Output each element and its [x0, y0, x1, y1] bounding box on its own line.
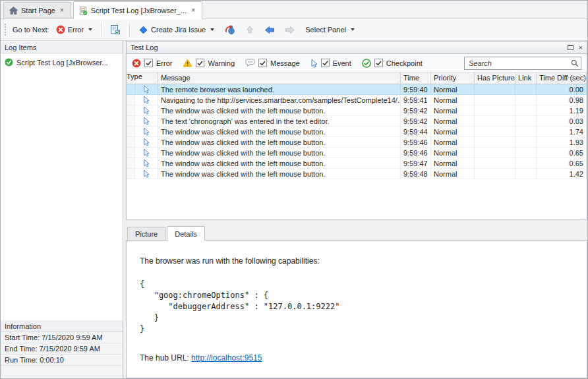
event-icon	[135, 85, 158, 94]
chevron-down-icon	[351, 28, 355, 31]
log-priority-cell: Normal	[431, 95, 475, 105]
go-up-button[interactable]	[242, 23, 258, 36]
search-icon	[571, 59, 579, 67]
tree-item-script-test-log[interactable]: Script Test Log [JxBrowser...	[3, 57, 120, 67]
log-priority-cell: Normal	[431, 127, 475, 137]
log-table-row[interactable]: The remote browser was launched. 9:59:40…	[127, 84, 587, 95]
column-header-time-diff[interactable]: Time Diff (sec)	[537, 73, 587, 84]
go-to-next-error-button[interactable]: Error	[53, 23, 96, 36]
message-checkbox[interactable]	[258, 59, 267, 67]
column-header-priority[interactable]: Priority	[431, 73, 475, 84]
go-to-next-label: Go to Next:	[13, 26, 49, 34]
event-icon	[135, 117, 158, 125]
log-message-cell: The window was clicked with the left mou…	[158, 148, 401, 158]
log-items-tree: Script Test Log [JxBrowser...	[1, 53, 123, 320]
toolbar: Go to Next: Error	[1, 19, 587, 41]
log-time-diff-cell: 1.19	[537, 105, 587, 116]
details-tabbar: Picture Details	[126, 225, 587, 240]
search-box	[464, 57, 581, 70]
details-intro-text: The browser was run with the following c…	[140, 256, 580, 266]
log-type-cell	[127, 169, 158, 179]
tree-item-label: Script Test Log [JxBrowser...	[16, 59, 108, 67]
log-type-cell	[127, 116, 158, 127]
row-gutter	[127, 116, 135, 126]
log-message-cell: The window was clicked with the left mou…	[158, 158, 401, 169]
log-table-row[interactable]: The window was clicked with the left mou…	[127, 137, 587, 148]
log-message-cell: Navigating to the http://services.smartb…	[158, 95, 401, 105]
log-time-cell: 9:59:41	[401, 95, 431, 105]
hub-url-link[interactable]: http://localhost:9515	[191, 353, 262, 363]
document-tabbar: Start Page × Script Test Log [JxBrowser_…	[1, 1, 587, 19]
select-panel-label: Select Panel	[305, 26, 346, 34]
error-button-label: Error	[68, 26, 84, 34]
log-has-picture-cell	[475, 84, 515, 95]
log-has-picture-cell	[475, 158, 515, 169]
column-header-message[interactable]: Message	[158, 73, 401, 84]
float-panel-icon[interactable]	[568, 45, 573, 50]
bug-tracker-button[interactable]	[221, 22, 239, 37]
event-icon	[310, 59, 318, 68]
filter-label: Event	[333, 59, 351, 67]
log-has-picture-cell	[475, 127, 515, 137]
log-time-cell: 9:59:47	[401, 158, 431, 169]
log-time-cell: 9:59:46	[401, 148, 431, 158]
log-table-row[interactable]: Navigating to the http://services.smartb…	[127, 95, 587, 105]
column-header-has-picture[interactable]: Has Picture	[475, 73, 515, 84]
tab-details[interactable]: Details	[167, 226, 205, 241]
close-panel-icon[interactable]: ×	[579, 44, 583, 51]
warning-checkbox[interactable]	[196, 59, 204, 67]
go-forward-button[interactable]	[281, 24, 299, 36]
row-gutter	[127, 169, 135, 179]
event-checkbox[interactable]	[321, 59, 330, 67]
log-priority-cell: Normal	[431, 169, 475, 179]
log-type-cell	[127, 127, 158, 137]
run-time-row: Run Time: 0:00:10	[1, 355, 123, 366]
close-icon[interactable]: ×	[59, 7, 65, 15]
test-log-panel: Test Log × Error Warni	[126, 41, 587, 378]
tab-picture[interactable]: Picture	[127, 227, 165, 240]
panel-title: Test Log	[131, 44, 568, 51]
filter-bar: Error Warning Message	[126, 54, 587, 73]
log-time-diff-cell: 1.42	[537, 169, 587, 179]
column-header-time[interactable]: Time	[401, 73, 431, 84]
column-header-link[interactable]: Link	[515, 73, 537, 84]
log-has-picture-cell	[475, 137, 515, 148]
log-link-cell	[515, 127, 537, 137]
log-priority-cell: Normal	[431, 148, 475, 158]
row-gutter	[127, 148, 135, 158]
log-table-row[interactable]: The text 'chronograph' was entered in th…	[127, 116, 587, 127]
log-time-cell: 9:59:46	[401, 137, 431, 148]
select-panel-button[interactable]: Select Panel	[302, 24, 358, 36]
checkpoint-checkbox[interactable]	[374, 59, 383, 67]
log-message-cell: The window was clicked with the left mou…	[158, 105, 401, 116]
filter-warning: Warning	[183, 59, 235, 67]
log-table-row[interactable]: The window was clicked with the left mou…	[127, 169, 587, 179]
bug-tracker-icon	[224, 24, 235, 35]
details-pane: The browser was run with the following c…	[126, 240, 587, 378]
row-gutter	[127, 105, 135, 115]
create-jira-issue-button[interactable]: Create Jira Issue	[135, 23, 218, 37]
close-icon[interactable]: ×	[190, 7, 196, 15]
tab-start-page[interactable]: Start Page ×	[3, 2, 71, 18]
log-table-row[interactable]: The window was clicked with the left mou…	[127, 158, 587, 169]
log-table-row[interactable]: The window was clicked with the left mou…	[127, 148, 587, 158]
log-time-diff-cell: 0.98	[537, 95, 587, 105]
go-back-button[interactable]	[261, 24, 278, 36]
log-table-row[interactable]: The window was clicked with the left mou…	[127, 105, 587, 116]
event-icon	[135, 138, 158, 146]
error-checkbox[interactable]	[144, 59, 153, 67]
up-arrow-icon	[245, 25, 254, 34]
log-has-picture-cell	[475, 95, 515, 105]
log-table-row[interactable]: The window was clicked with the left mou…	[127, 127, 587, 137]
event-icon	[135, 148, 158, 157]
report-button[interactable]	[107, 22, 124, 37]
log-link-cell	[515, 95, 537, 105]
log-link-cell	[515, 116, 537, 127]
log-table-header: Type Message Time Priority Has Picture L…	[126, 73, 587, 84]
column-header-type[interactable]: Type	[127, 73, 158, 84]
log-time-cell: 9:59:48	[401, 169, 431, 179]
horizontal-splitter[interactable]	[126, 220, 587, 225]
row-gutter	[127, 137, 135, 147]
tab-script-test-log[interactable]: Script Test Log [JxBrowser_... ×	[73, 1, 202, 19]
search-input[interactable]	[464, 57, 581, 70]
